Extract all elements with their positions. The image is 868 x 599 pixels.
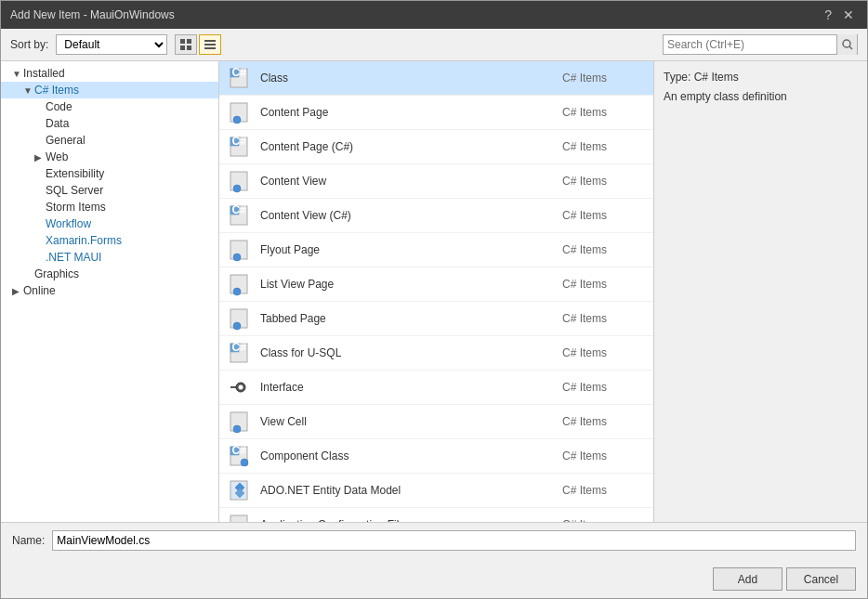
title-bar: Add New Item - MauiOnWindows ? ✕ [1,1,867,29]
list-item[interactable]: Tabbed Page C# Items [219,302,653,336]
right-panel: Type: C# Items An empty class definition [653,61,867,522]
sidebar-item-installed[interactable]: ▼ Installed [1,65,218,82]
svg-rect-2 [180,46,185,50]
name-input[interactable] [52,530,856,551]
sidebar-item-c-items[interactable]: ▼ C# Items [1,82,218,98]
item-icon-tabbed-page [227,306,253,332]
sidebar-item-sql-server[interactable]: SQL Server [1,182,218,199]
sidebar-item-web[interactable]: ▶ Web [1,149,218,165]
sidebar-label-extensibility: Extensibility [46,167,104,180]
item-icon-flyout-page [227,237,253,263]
sidebar-item-general[interactable]: General [1,132,218,149]
list-item[interactable]: ADO.NET Entity Data Model C# Items [219,474,653,508]
sidebar-label-data: Data [46,117,69,130]
type-value: C# Items [694,71,739,84]
search-box [663,34,858,55]
close-button[interactable]: ✕ [839,7,858,22]
svg-text:C#: C# [232,444,247,457]
grid-view-button[interactable] [175,34,197,55]
sort-select[interactable]: Default Name Type [56,34,167,55]
list-item[interactable]: List View Page C# Items [219,267,653,302]
expand-icon-installed: ▼ [12,69,23,79]
list-item[interactable]: Interface C# Items [219,371,653,405]
expand-icon-c-items: ▼ [23,85,34,96]
svg-point-39 [241,459,248,466]
list-item[interactable]: C# Content Page (C#) C# Items [219,130,653,164]
add-button[interactable]: Add [713,567,783,591]
item-category-content-page: C# Items [562,106,646,119]
sidebar-label-sql-server: SQL Server [46,184,103,197]
svg-line-8 [849,46,852,49]
list-item[interactable]: C# Class for U-SQL C# Items [219,336,653,371]
item-category-component-class: C# Items [562,449,646,462]
sidebar-label-graphics: Graphics [34,267,79,280]
sidebar-item-workflow[interactable]: Workflow [1,215,218,232]
sidebar-item-storm-items[interactable]: Storm Items [1,199,218,215]
item-name-tabbed-page: Tabbed Page [260,312,562,325]
bottom-bar: Name: [1,522,867,558]
item-category-view-cell: C# Items [562,415,646,428]
svg-text:C#: C# [232,341,247,354]
list-view-button[interactable] [199,34,221,55]
sidebar-label-online: Online [23,284,56,297]
sidebar-label-installed: Installed [23,67,65,80]
list-item[interactable]: Application Configuration File C# Items [219,508,653,522]
item-icon-content-view [227,168,253,194]
item-name-content-view-cs: Content View (C#) [260,209,562,222]
item-name-list-view-page: List View Page [260,278,562,291]
description-text: An empty class definition [664,89,858,105]
sidebar-item-code[interactable]: Code [1,98,218,115]
list-item[interactable]: Content Page C# Items [219,96,653,130]
item-name-content-view: Content View [260,175,562,188]
list-item[interactable]: Flyout Page C# Items [219,233,653,267]
item-category-content-view: C# Items [562,175,646,188]
svg-rect-4 [204,40,216,42]
svg-point-35 [233,425,241,433]
dialog-window: Add New Item - MauiOnWindows ? ✕ Sort by… [0,0,868,599]
item-icon-list-view-page [227,271,253,297]
item-icon-class: C# [227,65,253,91]
item-category-class-usql: C# Items [562,346,646,359]
list-item[interactable]: C# Content View (C#) C# Items [219,199,653,233]
item-category-adonet: C# Items [562,484,646,497]
main-content: Sort by: Default Name Type [1,29,867,598]
item-icon-content-page-cs: C# [227,134,253,160]
view-buttons [175,34,221,55]
cancel-button[interactable]: Cancel [786,567,856,591]
svg-rect-41 [230,515,247,522]
item-name-content-page-cs: Content Page (C#) [260,140,562,153]
svg-point-25 [233,288,241,295]
items-list: C# Class C# Items [219,61,653,522]
sidebar: ▼ Installed ▼ C# Items Code Data [1,61,219,522]
sidebar-item-data[interactable]: Data [1,115,218,132]
svg-rect-6 [204,47,216,49]
item-category-content-page-cs: C# Items [562,140,646,153]
item-category-class: C# Items [562,72,646,85]
sidebar-item-graphics[interactable]: Graphics [1,266,218,282]
title-bar-controls: ? ✕ [821,7,858,22]
svg-text:C#: C# [232,203,247,216]
list-item[interactable]: C# Component Class C# Items [219,439,653,474]
item-name-component-class: Component Class [260,449,562,462]
sidebar-item-online[interactable]: ▶ Online [1,282,218,299]
sidebar-item-extensibility[interactable]: Extensibility [1,165,218,182]
list-item[interactable]: View Cell C# Items [219,405,653,439]
sidebar-item-net-maui[interactable]: .NET MAUI [1,249,218,266]
toolbar: Sort by: Default Name Type [1,29,867,61]
svg-rect-3 [187,46,191,50]
item-icon-interface [227,374,253,400]
help-button[interactable]: ? [821,7,835,22]
search-input[interactable] [664,35,836,54]
search-button[interactable] [836,34,857,55]
list-item[interactable]: Content View C# Items [219,164,653,199]
svg-rect-5 [204,44,216,46]
sidebar-item-xamarin-forms[interactable]: Xamarin.Forms [1,232,218,249]
svg-point-7 [843,40,850,47]
list-item[interactable]: C# Class C# Items [219,61,653,96]
item-icon-content-page [227,99,253,125]
item-name-flyout-page: Flyout Page [260,243,562,256]
item-icon-content-view-cs: C# [227,202,253,228]
item-icon-component-class: C# [227,443,253,469]
sidebar-label-storm-items: Storm Items [46,201,106,214]
svg-point-18 [233,185,241,192]
